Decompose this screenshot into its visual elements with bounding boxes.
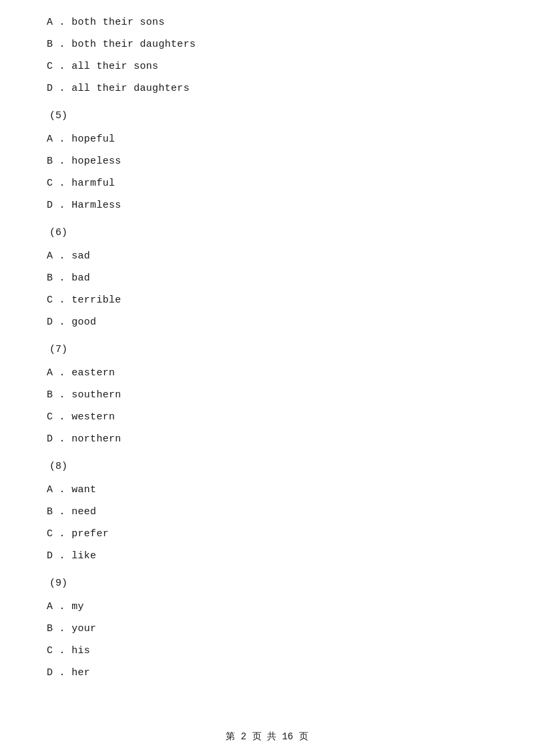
- option-0-2: C . all their sons: [47, 57, 487, 75]
- option-3-1: B . southern: [47, 386, 487, 404]
- option-0-3: D . all their daughters: [47, 79, 487, 98]
- page-footer: 第 2 页 共 16 页: [0, 731, 534, 743]
- option-3-0: A . eastern: [47, 364, 487, 382]
- option-0-1: B . both their daughters: [47, 35, 487, 53]
- question-number-2: (6): [47, 224, 487, 242]
- question-number-4: (8): [47, 457, 487, 476]
- main-content: A . both their sonsB . both their daught…: [0, 0, 534, 726]
- option-5-1: B . your: [47, 620, 487, 638]
- option-2-1: B . bad: [47, 269, 487, 287]
- question-number-1: (5): [47, 107, 487, 125]
- option-2-2: C . terrible: [47, 291, 487, 309]
- option-3-3: D . northern: [47, 430, 487, 448]
- option-0-0: A . both their sons: [47, 13, 487, 31]
- option-4-2: C . prefer: [47, 525, 487, 543]
- option-5-0: A . my: [47, 598, 487, 616]
- option-2-3: D . good: [47, 313, 487, 331]
- option-4-1: B . need: [47, 503, 487, 521]
- option-1-3: D . Harmless: [47, 196, 487, 214]
- option-5-3: D . her: [47, 664, 487, 682]
- option-3-2: C . western: [47, 408, 487, 426]
- question-number-3: (7): [47, 341, 487, 359]
- option-1-1: B . hopeless: [47, 152, 487, 170]
- option-2-0: A . sad: [47, 247, 487, 265]
- option-1-2: C . harmful: [47, 174, 487, 192]
- option-1-0: A . hopeful: [47, 130, 487, 148]
- option-4-0: A . want: [47, 481, 487, 499]
- option-5-2: C . his: [47, 642, 487, 660]
- footer-text: 第 2 页 共 16 页: [226, 731, 308, 742]
- question-number-5: (9): [47, 574, 487, 592]
- option-4-3: D . like: [47, 547, 487, 565]
